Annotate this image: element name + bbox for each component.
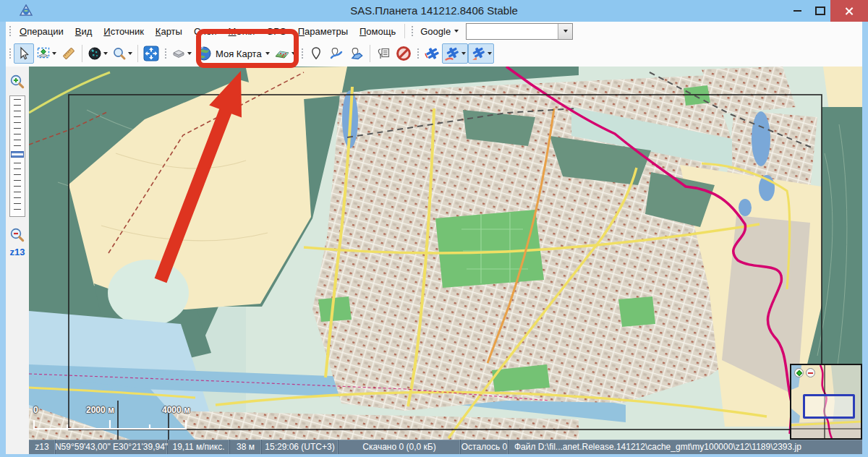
menu-item-source[interactable]: Источник bbox=[98, 24, 150, 39]
map-source-label: Google bbox=[420, 26, 451, 37]
minimize-button[interactable] bbox=[787, 0, 807, 22]
main-toolbar: Моя Карта bbox=[6, 40, 862, 67]
zoom-in-button[interactable] bbox=[9, 74, 25, 90]
search-combobox[interactable] bbox=[466, 23, 573, 40]
minimap-zoom-in-button[interactable] bbox=[794, 368, 804, 377]
menu-item-settings[interactable]: Параметры bbox=[292, 24, 354, 39]
maximize-button[interactable] bbox=[810, 0, 830, 22]
selection-tool-caret[interactable] bbox=[52, 52, 56, 55]
gps-track-button[interactable] bbox=[442, 43, 468, 64]
my-map-dropdown[interactable]: Моя Карта bbox=[194, 43, 272, 64]
minimize-icon bbox=[793, 10, 801, 12]
source-toolbar-grip[interactable] bbox=[410, 25, 414, 38]
gps-follow-button[interactable] bbox=[468, 43, 494, 64]
layers-map-icon bbox=[274, 46, 290, 61]
map-canvas[interactable] bbox=[29, 67, 862, 440]
zoom-slider-handle[interactable] bbox=[11, 151, 24, 158]
placemark-list-icon bbox=[376, 46, 391, 61]
gps-connect-button[interactable] bbox=[422, 43, 442, 64]
polygon-icon bbox=[349, 46, 364, 61]
toolbar-grip[interactable] bbox=[300, 47, 304, 60]
combobox-dropdown-button[interactable] bbox=[558, 24, 572, 39]
status-resolution: 19,11 м/пикс. bbox=[168, 440, 230, 454]
status-time: 15:29:06 (UTC+3) bbox=[262, 440, 339, 454]
status-downloaded: Скачано 0 (0,0 кБ) bbox=[339, 440, 461, 454]
layers-caret[interactable] bbox=[292, 52, 296, 55]
fullscreen-icon bbox=[143, 46, 159, 61]
status-coordinates: N59°59'43,00" E30°21'39,94" bbox=[56, 440, 168, 454]
zoom-sidebar: z13 bbox=[6, 67, 29, 454]
zoom-level-label: z13 bbox=[6, 247, 29, 257]
cursor-icon bbox=[17, 46, 31, 61]
toolbar-grip[interactable] bbox=[163, 47, 167, 60]
toolbar-separator bbox=[370, 45, 370, 62]
dark-globe-caret[interactable] bbox=[103, 52, 108, 55]
map-source-dropdown[interactable]: Google bbox=[416, 24, 463, 39]
my-map-label: Моя Карта bbox=[216, 48, 262, 59]
status-file: Файл D:\fil...anet.Release.141212\cache_… bbox=[509, 440, 862, 454]
placemark-manager-button[interactable] bbox=[373, 43, 393, 64]
zoom-out-button[interactable] bbox=[9, 227, 25, 243]
earth-globe-icon bbox=[196, 46, 212, 61]
plus-diamond-icon bbox=[796, 370, 801, 375]
gps-satellite-icon bbox=[424, 46, 440, 61]
add-path-button[interactable] bbox=[326, 43, 346, 64]
menu-item-maps[interactable]: Карты bbox=[150, 24, 188, 39]
toolbar-grip[interactable] bbox=[416, 47, 420, 60]
toolbar-separator bbox=[82, 45, 82, 62]
menu-item-marks[interactable]: Метки bbox=[223, 24, 261, 39]
ruler-tool-button[interactable] bbox=[59, 43, 79, 64]
add-placemark-button[interactable] bbox=[306, 43, 326, 64]
path-icon bbox=[329, 46, 344, 61]
close-button[interactable] bbox=[830, 0, 868, 22]
menu-item-operations[interactable]: Операции bbox=[14, 24, 69, 39]
cache-mode-button[interactable] bbox=[169, 43, 194, 64]
menu-item-layers[interactable]: Слои bbox=[188, 24, 223, 39]
menu-item-gps[interactable]: GPS bbox=[260, 24, 292, 39]
fullscreen-button[interactable] bbox=[141, 43, 161, 64]
status-bar: z13 N59°59'43,00" E30°21'39,94" 19,11 м/… bbox=[29, 440, 862, 454]
toolbar-grip[interactable] bbox=[8, 47, 12, 60]
zoom-slider[interactable] bbox=[9, 95, 25, 217]
zoom-tool-button[interactable] bbox=[110, 43, 135, 64]
forbidden-icon bbox=[396, 46, 412, 61]
minimap-panel[interactable] bbox=[790, 364, 862, 440]
menu-item-help[interactable]: Помощь bbox=[354, 24, 401, 39]
chevron-down-icon bbox=[454, 30, 459, 33]
chevron-down-icon bbox=[563, 30, 568, 33]
ruler-icon bbox=[61, 46, 76, 61]
dark-globe-button[interactable] bbox=[85, 43, 110, 64]
maximize-icon bbox=[815, 7, 825, 15]
add-polygon-button[interactable] bbox=[346, 43, 367, 64]
gps-follow-caret[interactable] bbox=[488, 52, 492, 55]
window-title: SAS.Планета 141212.8406 Stable bbox=[0, 0, 868, 22]
gps-track-caret[interactable] bbox=[461, 52, 466, 55]
minus-icon bbox=[808, 372, 813, 374]
toolbar-separator bbox=[137, 45, 138, 62]
layers-button[interactable] bbox=[272, 43, 298, 64]
app-window: SAS.Планета 141212.8406 Stable Операции … bbox=[0, 0, 868, 457]
hide-marks-button[interactable] bbox=[393, 43, 414, 64]
my-map-caret[interactable] bbox=[265, 52, 270, 55]
cursor-tool-button[interactable] bbox=[14, 43, 34, 64]
cache-icon bbox=[171, 46, 186, 61]
combobox-value bbox=[467, 24, 558, 39]
status-zoom: z13 bbox=[29, 440, 56, 454]
menubar: Операции Вид Источник Карты Слои Метки G… bbox=[6, 22, 862, 41]
minimap-viewport-rect[interactable] bbox=[803, 394, 855, 419]
status-remaining: Осталось 0 bbox=[461, 440, 509, 454]
minimap-zoom-out-button[interactable] bbox=[806, 368, 815, 377]
status-elevation: 38 м bbox=[230, 440, 262, 454]
rect-selection-icon bbox=[36, 46, 51, 61]
menubar-separator bbox=[404, 24, 405, 38]
window-frame bbox=[0, 454, 868, 457]
cache-mode-caret[interactable] bbox=[187, 52, 192, 55]
selection-tool-button[interactable] bbox=[34, 43, 59, 64]
map-viewport[interactable]: 0 2000 м 4000 м bbox=[29, 67, 862, 440]
night-globe-icon bbox=[88, 46, 102, 61]
menubar-grip[interactable] bbox=[8, 25, 12, 38]
titlebar: SAS.Планета 141212.8406 Stable bbox=[0, 0, 868, 22]
close-icon bbox=[845, 7, 854, 16]
zoom-tool-caret[interactable] bbox=[128, 52, 132, 55]
menu-item-view[interactable]: Вид bbox=[69, 24, 98, 39]
